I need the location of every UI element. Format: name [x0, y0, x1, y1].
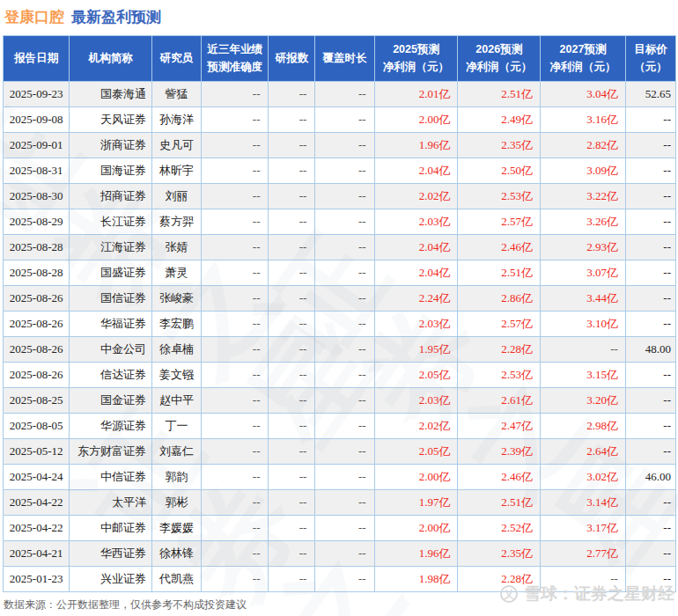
cell-coverage: -- — [315, 363, 374, 388]
cell-report-date: 2025-08-25 — [4, 388, 70, 414]
cell-coverage: -- — [315, 184, 374, 209]
table-row: 2025-08-26中金公司徐卓楠------1.95亿2.28亿--48.00 — [4, 337, 676, 363]
cell-forecast-2027: 2.77亿 — [541, 541, 626, 567]
cell-coverage: -- — [315, 107, 374, 133]
cell-report-date: 2025-04-22 — [4, 516, 70, 541]
cell-report-date: 2025-04-24 — [4, 465, 70, 490]
cell-report-count: -- — [269, 286, 315, 312]
cell-coverage: -- — [315, 465, 374, 490]
cell-accuracy: -- — [202, 107, 269, 133]
table-header-row: 报告日期机构简称研究员近三年业绩 预测准确度研报数覆盖时长2025预测 净利润（… — [4, 36, 676, 82]
cell-target-price: -- — [625, 388, 675, 414]
cell-report-date: 2025-08-30 — [4, 184, 70, 209]
cell-target-price: -- — [625, 133, 675, 158]
cell-report-date: 2025-08-31 — [4, 158, 70, 184]
cell-researcher: 萧灵 — [152, 260, 202, 286]
cell-forecast-2026: 2.35亿 — [458, 133, 541, 158]
cell-researcher: 代凯燕 — [152, 567, 202, 592]
table-row: 2025-09-08天风证券孙海洋------2.00亿2.49亿3.16亿-- — [4, 107, 676, 133]
profit-forecast-page: 证 券 之 星 证 券 之 星 证 券 之 星 登康口腔最新盈利预测 报告日期机… — [0, 0, 678, 616]
table-row: 2025-08-31国海证券林昕宇------2.04亿2.50亿3.09亿-- — [4, 158, 676, 184]
table-row: 2025-09-23国泰海通訾猛------2.01亿2.51亿3.04亿52.… — [4, 82, 676, 107]
cell-target-price: -- — [625, 516, 675, 541]
cell-report-date: 2025-09-01 — [4, 133, 70, 158]
cell-researcher: 史凡可 — [152, 133, 202, 158]
brand-watermark: 乂 雪球：证券之星财经 — [500, 583, 674, 605]
cell-researcher: 丁一 — [152, 414, 202, 439]
cell-accuracy: -- — [202, 567, 269, 592]
cell-institution: 华源证券 — [70, 414, 152, 439]
cell-coverage: -- — [315, 516, 374, 541]
cell-forecast-2025: 2.05亿 — [374, 363, 458, 388]
table-row: 2025-08-30招商证券刘丽------2.02亿2.53亿3.22亿-- — [4, 184, 676, 209]
cell-forecast-2027: 3.17亿 — [541, 516, 626, 541]
cell-accuracy: -- — [202, 388, 269, 414]
source-note: 数据来源：公开数据整理，仅供参考不构成投资建议 — [4, 598, 247, 612]
cell-report-count: -- — [269, 388, 315, 414]
cell-target-price: -- — [625, 158, 675, 184]
cell-coverage: -- — [315, 209, 374, 235]
cell-report-count: -- — [269, 465, 315, 490]
cell-forecast-2025: 1.95亿 — [374, 337, 458, 363]
cell-forecast-2025: 2.04亿 — [374, 158, 458, 184]
cell-forecast-2026: 2.50亿 — [458, 158, 541, 184]
cell-researcher: 孙海洋 — [152, 107, 202, 133]
cell-accuracy: -- — [202, 516, 269, 541]
cell-accuracy: -- — [202, 235, 269, 260]
cell-forecast-2026: 2.39亿 — [458, 439, 541, 465]
cell-report-date: 2025-08-26 — [4, 363, 70, 388]
column-header: 覆盖时长 — [315, 36, 374, 82]
column-header: 研报数 — [269, 36, 315, 82]
cell-forecast-2026: 2.46亿 — [458, 235, 541, 260]
cell-coverage: -- — [315, 235, 374, 260]
cell-coverage: -- — [315, 158, 374, 184]
cell-coverage: -- — [315, 82, 374, 107]
cell-accuracy: -- — [202, 337, 269, 363]
cell-forecast-2025: 2.03亿 — [374, 209, 458, 235]
cell-accuracy: -- — [202, 260, 269, 286]
cell-forecast-2027: 2.64亿 — [541, 439, 626, 465]
cell-institution: 太平洋 — [70, 490, 152, 516]
cell-forecast-2025: 2.02亿 — [374, 184, 458, 209]
cell-coverage: -- — [315, 133, 374, 158]
cell-accuracy: -- — [202, 184, 269, 209]
cell-forecast-2026: 2.51亿 — [458, 82, 541, 107]
cell-report-count: -- — [269, 184, 315, 209]
cell-forecast-2027: 2.93亿 — [541, 235, 626, 260]
cell-forecast-2026: 2.35亿 — [458, 541, 541, 567]
cell-forecast-2025: 2.04亿 — [374, 260, 458, 286]
cell-target-price: -- — [625, 235, 675, 260]
cell-forecast-2027: 3.26亿 — [541, 209, 626, 235]
cell-forecast-2027: 3.09亿 — [541, 158, 626, 184]
table-row: 2025-08-28国盛证券萧灵------2.04亿2.51亿3.07亿-- — [4, 260, 676, 286]
cell-accuracy: -- — [202, 439, 269, 465]
cell-report-count: -- — [269, 567, 315, 592]
cell-researcher: 李宏鹏 — [152, 312, 202, 337]
cell-report-count: -- — [269, 414, 315, 439]
cell-target-price: -- — [625, 414, 675, 439]
cell-forecast-2027: 3.44亿 — [541, 286, 626, 312]
cell-forecast-2026: 2.51亿 — [458, 260, 541, 286]
table-row: 2025-09-01浙商证券史凡可------1.96亿2.35亿2.82亿-- — [4, 133, 676, 158]
cell-researcher: 徐林锋 — [152, 541, 202, 567]
cell-forecast-2026: 2.49亿 — [458, 107, 541, 133]
cell-accuracy: -- — [202, 312, 269, 337]
cell-report-count: -- — [269, 439, 315, 465]
cell-institution: 江海证券 — [70, 235, 152, 260]
cell-forecast-2025: 2.00亿 — [374, 107, 458, 133]
cell-report-date: 2025-08-28 — [4, 260, 70, 286]
table-row: 2025-04-22太平洋郭彬------1.97亿2.51亿3.14亿-- — [4, 490, 676, 516]
cell-report-count: -- — [269, 516, 315, 541]
cell-forecast-2027: 2.98亿 — [541, 414, 626, 439]
table-row: 2025-08-26国信证券张峻豪------2.24亿2.86亿3.44亿-- — [4, 286, 676, 312]
column-header: 2026预测 净利润（元） — [458, 36, 541, 82]
cell-researcher: 訾猛 — [152, 82, 202, 107]
cell-target-price: -- — [625, 184, 675, 209]
cell-target-price: 46.00 — [625, 465, 675, 490]
cell-forecast-2027: -- — [541, 337, 626, 363]
cell-report-count: -- — [269, 107, 315, 133]
cell-forecast-2026: 2.53亿 — [458, 184, 541, 209]
cell-report-date: 2025-04-22 — [4, 490, 70, 516]
cell-institution: 浙商证券 — [70, 133, 152, 158]
stock-name-link[interactable]: 登康口腔 — [4, 9, 64, 26]
